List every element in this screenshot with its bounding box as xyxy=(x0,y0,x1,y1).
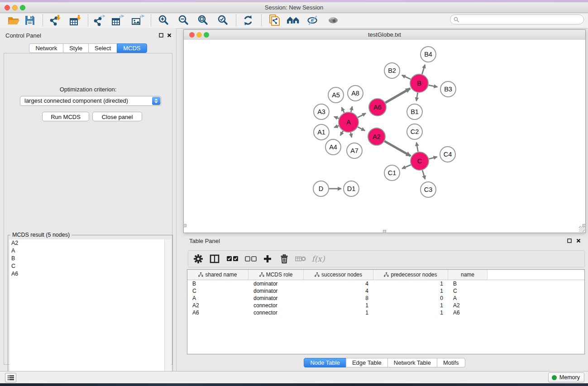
table-cell: 0 xyxy=(373,295,448,302)
hide-details-button[interactable] xyxy=(305,14,321,27)
tab-style[interactable]: Style xyxy=(63,43,89,53)
zoom-out-button[interactable] xyxy=(176,14,192,27)
tab-node-table[interactable]: Node Table xyxy=(304,358,346,367)
edge-A-A6[interactable] xyxy=(358,113,366,117)
table-row[interactable]: A6connector11A6 xyxy=(187,309,584,316)
table-settings-button[interactable] xyxy=(191,253,205,265)
table-cell: 4 xyxy=(304,280,373,287)
main-toolbar xyxy=(0,13,588,29)
mcds-result-item[interactable]: A xyxy=(10,247,171,255)
network-window-title: testGlobe.txt xyxy=(184,30,585,40)
import-table-button[interactable] xyxy=(67,14,84,27)
edge-B-B4[interactable] xyxy=(422,65,425,74)
edge-A-A5[interactable] xyxy=(342,107,344,113)
edge-C-C3[interactable] xyxy=(422,170,425,179)
resize-grip-bottom[interactable] xyxy=(383,230,386,233)
node-label-C4: C4 xyxy=(444,151,452,158)
column-header-successor-nodes[interactable]: successor nodes xyxy=(304,270,373,280)
edge-C-C2[interactable] xyxy=(416,143,418,152)
scrollbar-track[interactable] xyxy=(164,239,171,385)
column-header-name[interactable]: name xyxy=(448,270,488,280)
tab-edge-table[interactable]: Edge Table xyxy=(346,358,388,367)
mcds-result-item[interactable]: B xyxy=(10,255,171,262)
delete-table-button[interactable] xyxy=(294,253,307,265)
tab-mcds[interactable]: MCDS xyxy=(117,43,147,53)
close-panel-button[interactable] xyxy=(576,238,581,243)
tab-network[interactable]: Network xyxy=(29,43,63,53)
edge-A-A1[interactable] xyxy=(334,126,339,128)
network-window-titlebar[interactable]: testGlobe.txt xyxy=(184,30,585,40)
network-canvas[interactable]: B4B2BB3A8A5A6B1A3AA1C2A2A4A7C4CC1DD1C3 xyxy=(184,40,585,233)
column-header-mcds-role[interactable]: MCDS role xyxy=(249,270,304,280)
mcds-tab-content: Optimization criterion: largest connecte… xyxy=(4,53,172,365)
table-row[interactable]: Bdominator41B xyxy=(187,280,584,287)
resize-corner-handle[interactable] xyxy=(579,226,585,232)
refresh-button[interactable] xyxy=(240,14,256,27)
mcds-result-title: MCDS result (5 nodes) xyxy=(10,232,72,238)
mcds-result-item[interactable]: A2 xyxy=(10,239,171,247)
edge-B-B2[interactable] xyxy=(402,75,411,79)
tab-network-table[interactable]: Network Table xyxy=(387,358,437,367)
criterion-select[interactable]: largest connected component (directed) xyxy=(20,96,161,106)
import-network-button[interactable] xyxy=(47,14,63,27)
zoom-selected-button[interactable] xyxy=(215,14,231,27)
tab-motifs[interactable]: Motifs xyxy=(437,358,465,367)
node-label-B2: B2 xyxy=(388,67,396,74)
edge-A6-B[interactable] xyxy=(385,89,410,103)
plus-icon xyxy=(263,255,272,263)
edge-B-B3[interactable] xyxy=(429,85,438,87)
memory-button[interactable]: Memory xyxy=(548,372,584,382)
table-cell: C xyxy=(448,287,488,295)
open-file-button[interactable] xyxy=(5,14,22,27)
mcds-result-item[interactable]: C xyxy=(10,262,171,270)
show-view-button[interactable] xyxy=(325,14,341,27)
mcds-result-list[interactable]: A2ABCA6 xyxy=(10,239,171,385)
float-panel-button[interactable] xyxy=(567,238,572,243)
delete-table-icon xyxy=(295,256,306,262)
table-row[interactable]: A2connector11A2 xyxy=(187,302,584,309)
panel-list-button[interactable] xyxy=(5,373,16,382)
edge-B-B1[interactable] xyxy=(416,93,418,101)
tab-select[interactable]: Select xyxy=(88,43,117,53)
edge-A-A4[interactable] xyxy=(340,131,343,136)
edge-A-A8[interactable] xyxy=(351,106,352,112)
column-header-predecessor-nodes[interactable]: predecessor nodes xyxy=(373,270,448,280)
float-icon xyxy=(567,238,572,243)
function-builder-button[interactable]: f(x) xyxy=(310,253,327,265)
table-row[interactable]: Adominator80A xyxy=(187,295,584,302)
export-table-button[interactable] xyxy=(110,14,126,27)
show-columns-button[interactable] xyxy=(208,253,221,265)
edge-A-A3[interactable] xyxy=(334,117,339,119)
column-header-shared-name[interactable]: shared name xyxy=(187,270,249,280)
add-column-button[interactable] xyxy=(261,253,274,265)
export-network-icon xyxy=(93,14,105,26)
home-button[interactable] xyxy=(285,14,301,27)
zoom-fit-button[interactable] xyxy=(195,14,211,27)
edge-C-C4[interactable] xyxy=(429,157,437,159)
delete-column-button[interactable] xyxy=(277,253,291,265)
list-icon xyxy=(8,375,14,381)
float-panel-button[interactable] xyxy=(158,33,164,38)
edge-A-A2[interactable] xyxy=(358,127,365,131)
save-session-button[interactable] xyxy=(22,14,38,27)
trash-icon xyxy=(280,254,288,263)
close-panel-button[interactable] xyxy=(167,33,172,38)
clone-network-button[interactable] xyxy=(266,14,282,27)
table-row[interactable]: Cdominator41C xyxy=(187,287,584,295)
search-input[interactable] xyxy=(450,14,584,24)
edge-A-A7[interactable] xyxy=(351,133,352,138)
mcds-result-item[interactable]: A6 xyxy=(10,270,171,278)
export-network-button[interactable] xyxy=(91,14,107,27)
close-panel-button-inner[interactable]: Close panel xyxy=(92,112,142,121)
run-mcds-button[interactable]: Run MCDS xyxy=(42,112,89,121)
export-image-button[interactable] xyxy=(130,14,146,27)
table-cell: A2 xyxy=(187,302,249,309)
zoom-in-button[interactable] xyxy=(156,14,172,27)
table-cell: connector xyxy=(249,302,304,309)
clear-selection-button[interactable] xyxy=(244,253,258,265)
edge-A2-C[interactable] xyxy=(384,141,411,156)
select-all-button[interactable] xyxy=(226,253,239,265)
mcds-result-box: MCDS result (5 nodes) A2ABCA6 xyxy=(8,235,173,386)
edge-C-C1[interactable] xyxy=(402,165,411,168)
resize-grip-left[interactable] xyxy=(183,224,186,227)
